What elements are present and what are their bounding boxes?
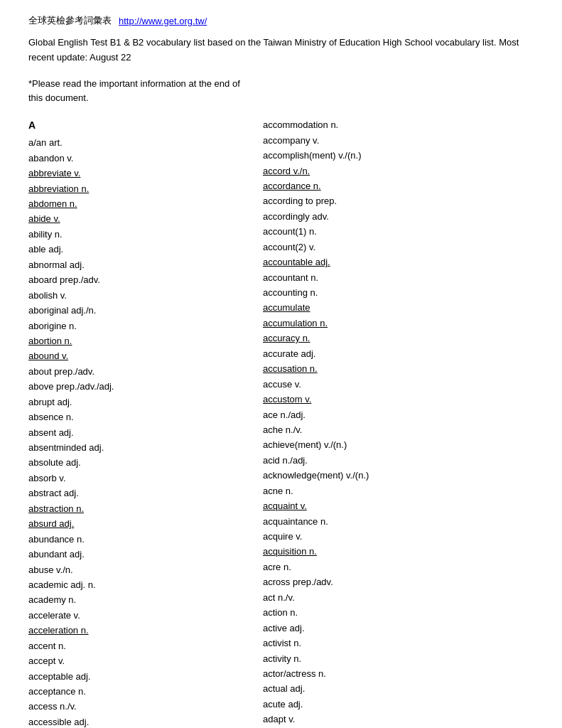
list-item: accordingly adv.: [263, 209, 534, 224]
list-item: abstraction n.: [28, 501, 249, 516]
list-item: acceleration n.: [28, 623, 249, 638]
list-item: abbreviate v.: [28, 166, 249, 181]
list-item: absentminded adj.: [28, 440, 249, 455]
list-item: actor/actress n.: [263, 666, 534, 681]
left-column: A a/an art.abandon v.abbreviate v.abbrev…: [28, 117, 249, 728]
page-title: 全球英檢參考詞彙表: [28, 14, 112, 27]
list-item: action n.: [263, 605, 534, 620]
note-text: *Please read the important information a…: [28, 77, 249, 107]
list-item: activist n.: [263, 636, 534, 651]
list-item: absorb v.: [28, 471, 249, 486]
right-column: accommodation n.accompany v.accomplish(m…: [263, 117, 534, 728]
list-item: accordance n.: [263, 178, 534, 193]
list-item: acquaintance n.: [263, 514, 534, 529]
list-item: accountant n.: [263, 270, 534, 285]
list-item: aborigine n.: [28, 318, 249, 333]
list-item: absence n.: [28, 410, 249, 424]
list-item: abrupt adj.: [28, 395, 249, 410]
list-item: acknowledge(ment) v./(n.): [263, 468, 534, 483]
list-item: about prep./adv.: [28, 364, 249, 379]
list-item: acquisition n.: [263, 544, 534, 559]
list-item: acceptance n.: [28, 684, 249, 699]
list-item: actual adj.: [263, 681, 534, 696]
list-item: acid n./adj.: [263, 453, 534, 468]
list-item: adapt v.: [263, 712, 534, 727]
list-item: abdomen n.: [28, 196, 249, 211]
list-item: abundant adj.: [28, 547, 249, 562]
section-label: A: [28, 117, 249, 134]
list-item: achieve(ment) v./(n.): [263, 437, 534, 452]
list-item: accurate adj.: [263, 346, 534, 361]
list-item: accuse v.: [263, 377, 534, 392]
list-item: account(2) v.: [263, 240, 534, 255]
list-item: accumulation n.: [263, 316, 534, 331]
list-item: accusation n.: [263, 361, 534, 376]
list-item: abandon v.: [28, 151, 249, 166]
list-item: absurd adj.: [28, 516, 249, 531]
list-item: abstract adj.: [28, 486, 249, 500]
subtitle-text: Global English Test B1 & B2 vocabulary l…: [28, 36, 534, 65]
list-item: a/an art.: [28, 135, 249, 150]
list-item: accomplish(ment) v./(n.): [263, 148, 534, 163]
list-item: across prep./adv.: [263, 574, 534, 589]
list-item: activity n.: [263, 651, 534, 666]
list-item: acceptable adj.: [28, 669, 249, 684]
list-item: account(1) n.: [263, 224, 534, 239]
list-item: act n./v.: [263, 590, 534, 605]
list-item: acre n.: [263, 560, 534, 574]
left-word-list: a/an art.abandon v.abbreviate v.abbrevia…: [28, 135, 249, 728]
list-item: acquaint v.: [263, 498, 534, 513]
list-item: abundance n.: [28, 532, 249, 547]
list-item: acute adj.: [263, 697, 534, 712]
list-item: accuracy n.: [263, 331, 534, 346]
list-item: aboriginal adj./n.: [28, 303, 249, 318]
list-item: accelerate v.: [28, 608, 249, 623]
list-item: abuse v./n.: [28, 562, 249, 577]
right-top-placeholder: [263, 77, 534, 118]
list-item: active adj.: [263, 621, 534, 636]
list-item: abnormal adj.: [28, 257, 249, 272]
list-item: academic adj. n.: [28, 577, 249, 592]
list-item: ability n.: [28, 227, 249, 242]
list-item: ace n./adj.: [263, 407, 534, 422]
right-word-list: accommodation n.accompany v.accomplish(m…: [263, 117, 534, 728]
main-content: A a/an art.abandon v.abbreviate v.abbrev…: [28, 117, 534, 728]
list-item: absent adj.: [28, 425, 249, 440]
list-item: ache n./v.: [263, 422, 534, 437]
list-item: abbreviation n.: [28, 181, 249, 196]
list-item: accompany v.: [263, 133, 534, 148]
list-item: access n./v.: [28, 699, 249, 714]
list-item: abide v.: [28, 211, 249, 226]
list-item: accept v.: [28, 653, 249, 668]
list-item: able adj.: [28, 242, 249, 257]
list-item: accounting n.: [263, 285, 534, 300]
list-item: accustom v.: [263, 392, 534, 407]
page-header: 全球英檢參考詞彙表 http://www.get.org.tw/: [28, 14, 534, 27]
list-item: according to prep.: [263, 193, 534, 208]
list-item: abound v.: [28, 348, 249, 363]
list-item: aboard prep./adv.: [28, 272, 249, 287]
list-item: acne n.: [263, 483, 534, 498]
list-item: academy n.: [28, 592, 249, 607]
list-item: absolute adj.: [28, 455, 249, 470]
list-item: abolish v.: [28, 288, 249, 303]
list-item: accumulate: [263, 300, 534, 315]
list-item: above prep./adv./adj.: [28, 379, 249, 394]
list-item: accent n.: [28, 638, 249, 653]
list-item: accessible adj.: [28, 714, 249, 728]
list-item: accommodation n.: [263, 117, 534, 132]
list-item: acquire v.: [263, 529, 534, 544]
list-item: abortion n.: [28, 333, 249, 348]
list-item: accountable adj.: [263, 255, 534, 269]
header-link[interactable]: http://www.get.org.tw/: [119, 16, 207, 26]
list-item: accord v./n.: [263, 164, 534, 178]
